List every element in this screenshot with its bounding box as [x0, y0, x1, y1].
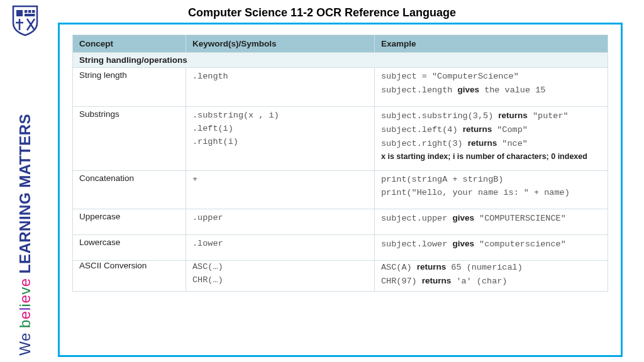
example-line: subject = "ComputerScience" — [381, 70, 601, 84]
example-note: x is starting index; i is number of char… — [381, 152, 601, 162]
example-line: print("Hello, your name is: " + name) — [381, 187, 601, 200]
concept-cell: String length — [73, 68, 186, 107]
row-uppercase: Uppercase .upper subject.upper gives "CO… — [73, 209, 608, 235]
keyword-cell: .substring(x , i) .left(i) .right(i) — [186, 106, 375, 170]
keyword-code: + — [192, 175, 197, 184]
example-cell: subject = "ComputerScience" subject.leng… — [375, 68, 608, 107]
concept-cell: Substrings — [73, 106, 186, 170]
example-line: CHR(97) returns 'a' (char) — [381, 275, 601, 288]
keyword-cell: .length — [186, 68, 375, 107]
section-row: String handling/operations — [73, 53, 608, 68]
col-header-example: Example — [375, 35, 608, 53]
keyword-cell: .upper — [186, 209, 375, 235]
motto-v: v — [16, 287, 33, 295]
keyword-code: ASC(…) — [192, 261, 368, 274]
example-line: print(stringA + stringB) — [381, 173, 601, 187]
motto-e3: e — [16, 278, 33, 287]
example-cell: subject.substring(3,5) returns "puter" s… — [375, 106, 608, 170]
keyword-code: .length — [192, 72, 228, 81]
page-title: Computer Science 11-2 OCR Reference Lang… — [0, 6, 644, 19]
concept-cell: ASCII Conversion — [73, 260, 186, 291]
reference-table: Concept Keyword(s)/Symbols Example Strin… — [72, 35, 608, 292]
example-line: subject.upper gives "COMPUTERSCIENCE" — [381, 212, 601, 226]
col-header-keywords: Keyword(s)/Symbols — [186, 35, 375, 53]
row-lowercase: Lowercase .lower subject.lower gives "co… — [73, 235, 608, 261]
keyword-code: .lower — [192, 239, 223, 248]
motto-text: We believe LEARNING MATTERS — [16, 114, 34, 356]
example-line: ASC(A) returns 65 (numerical) — [381, 261, 601, 275]
example-line: subject.right(3) returns "nce" — [381, 137, 601, 151]
keyword-code: .upper — [192, 213, 223, 222]
content-frame: Concept Keyword(s)/Symbols Example Strin… — [58, 23, 623, 357]
example-line: subject.left(4) returns "Comp" — [381, 123, 601, 137]
keyword-code: .left(i) — [192, 123, 368, 136]
example-line: subject.length gives the value 15 — [381, 84, 601, 97]
keyword-cell: + — [186, 171, 375, 209]
example-cell: subject.upper gives "COMPUTERSCIENCE" — [375, 209, 608, 235]
example-cell: subject.lower gives "computerscience" — [375, 235, 608, 261]
keyword-cell: .lower — [186, 235, 375, 261]
example-cell: ASC(A) returns 65 (numerical) CHR(97) re… — [375, 260, 608, 291]
example-cell: print(stringA + stringB) print("Hello, y… — [375, 171, 608, 209]
motto-learning: LEARNING MATTERS — [16, 114, 33, 278]
motto-we: We — [16, 328, 33, 356]
row-ascii-conversion: ASCII Conversion ASC(…) CHR(…) ASC(A) re… — [73, 260, 608, 291]
section-title: String handling/operations — [73, 53, 608, 68]
keyword-code: .right(i) — [192, 136, 368, 149]
left-rail: We believe LEARNING MATTERS — [4, 4, 47, 358]
row-substrings: Substrings .substring(x , i) .left(i) .r… — [73, 106, 608, 170]
concept-cell: Concatenation — [73, 171, 186, 209]
motto-i: i — [16, 304, 33, 307]
motto-e1: e — [16, 311, 33, 320]
keyword-code: CHR(…) — [192, 274, 368, 287]
concept-cell: Uppercase — [73, 209, 186, 235]
example-line: subject.lower gives "computerscience" — [381, 238, 601, 251]
keyword-cell: ASC(…) CHR(…) — [186, 260, 375, 291]
example-line: subject.substring(3,5) returns "puter" — [381, 109, 601, 123]
table-header-row: Concept Keyword(s)/Symbols Example — [73, 35, 608, 53]
motto-l: l — [16, 307, 33, 311]
keyword-code: .substring(x , i) — [192, 109, 368, 123]
concept-cell: Lowercase — [73, 235, 186, 261]
row-concatenation: Concatenation + print(stringA + stringB)… — [73, 171, 608, 209]
motto-e2: e — [16, 295, 33, 304]
motto-b: b — [16, 319, 33, 328]
row-string-length: String length .length subject = "Compute… — [73, 68, 608, 107]
col-header-concept: Concept — [73, 35, 186, 53]
